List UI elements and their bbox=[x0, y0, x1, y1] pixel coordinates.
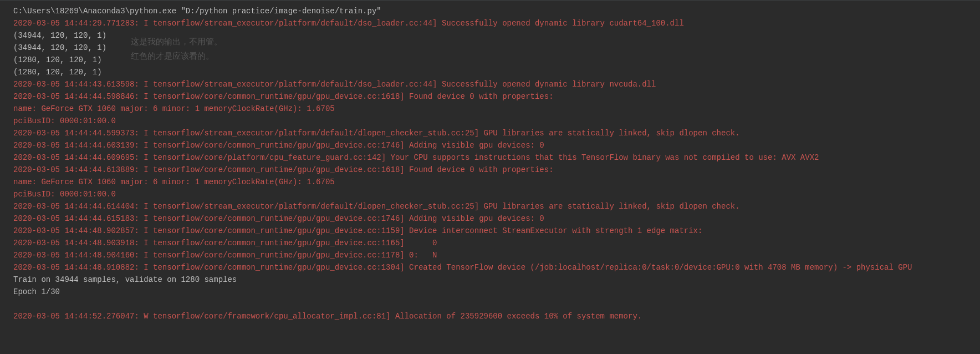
console-line: 2020-03-05 14:44:44.609695: I tensorflow… bbox=[0, 151, 980, 164]
console-line: pciBusID: 0000:01:00.0 bbox=[0, 188, 980, 200]
console-line: name: GeForce GTX 1060 major: 6 minor: 1… bbox=[0, 176, 980, 188]
console-line: 2020-03-05 14:44:44.615183: I tensorflow… bbox=[0, 213, 980, 225]
console-line: 2020-03-05 14:44:44.603139: I tensorflow… bbox=[0, 139, 980, 151]
console-line: 2020-03-05 14:44:44.613889: I tensorflow… bbox=[0, 164, 980, 176]
console-line: 2020-03-05 14:44:48.910882: I tensorflow… bbox=[0, 261, 980, 274]
console-line: 2020-03-05 14:44:48.904160: I tensorflow… bbox=[0, 249, 980, 261]
user-annotation: 这是我的输出，不用管。红色的才是应该看的。 bbox=[131, 34, 225, 63]
console-line: 2020-03-05 14:44:48.903918: I tensorflow… bbox=[0, 237, 980, 249]
console-line bbox=[0, 298, 980, 310]
console-line: C:\Users\18269\Anaconda3\python.exe "D:/… bbox=[0, 5, 980, 17]
console-line: 2020-03-05 14:44:44.614404: I tensorflow… bbox=[0, 200, 980, 213]
console-line: 2020-03-05 14:44:52.276047: W tensorflow… bbox=[0, 310, 980, 322]
console-line: 2020-03-05 14:44:48.902857: I tensorflow… bbox=[0, 225, 980, 237]
console-line: 2020-03-05 14:44:44.599373: I tensorflow… bbox=[0, 127, 980, 139]
console-line: name: GeForce GTX 1060 major: 6 minor: 1… bbox=[0, 103, 980, 115]
console-line: Epoch 1/30 bbox=[0, 286, 980, 298]
console-line: 2020-03-05 14:44:43.613598: I tensorflow… bbox=[0, 78, 980, 90]
console-line: Train on 34944 samples, validate on 1280… bbox=[0, 274, 980, 286]
console-line: pciBusID: 0000:01:00.0 bbox=[0, 115, 980, 127]
console-line: 2020-03-05 14:44:44.598846: I tensorflow… bbox=[0, 90, 980, 103]
console-line: 2020-03-05 14:44:29.771283: I tensorflow… bbox=[0, 17, 980, 29]
console-line: (1280, 120, 120, 1) bbox=[0, 66, 980, 78]
